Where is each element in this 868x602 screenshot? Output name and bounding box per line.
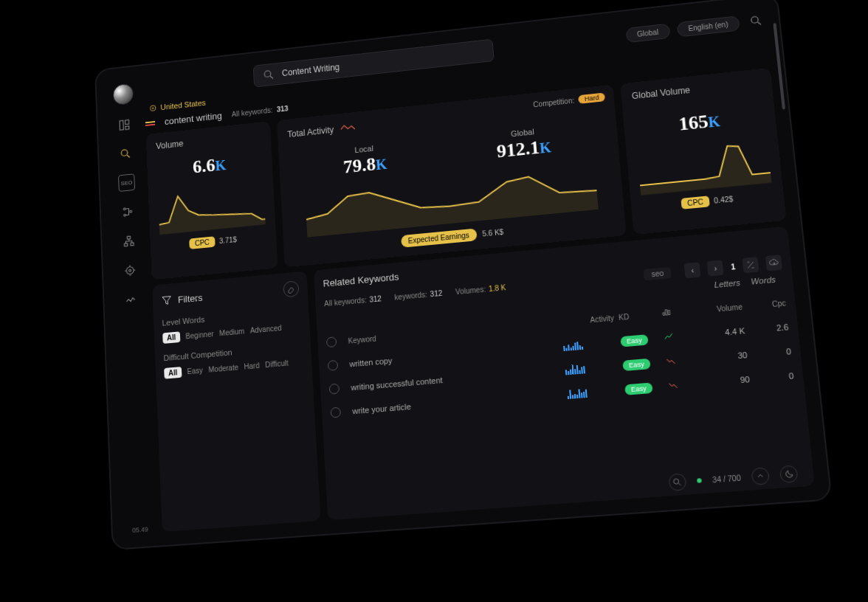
volume-unit: K xyxy=(215,157,227,173)
row-cpc: 0 xyxy=(751,347,791,359)
row-cpc: 0 xyxy=(754,371,794,384)
filters-title: Filters xyxy=(178,292,203,305)
topbar-search-icon[interactable] xyxy=(746,11,766,30)
col-kd: KD xyxy=(618,310,656,322)
svg-point-13 xyxy=(751,16,758,24)
rel-vol-label: Volumes: xyxy=(455,285,486,296)
svg-rect-7 xyxy=(127,236,130,239)
competition-badge: Hard xyxy=(579,92,606,103)
competition-label: Competition: xyxy=(533,96,575,108)
row-checkbox[interactable] xyxy=(328,360,339,371)
nav-search-icon[interactable] xyxy=(117,145,134,163)
nav-sitemap-icon[interactable] xyxy=(120,203,137,221)
theme-moon-icon[interactable] xyxy=(779,465,799,483)
select-all-checkbox[interactable] xyxy=(326,336,337,347)
kd-badge: Easy xyxy=(620,334,648,347)
nav-seo-icon[interactable]: SEO xyxy=(118,173,135,192)
all-kw-label: All keywords: xyxy=(232,106,273,118)
kd-badge: Easy xyxy=(622,359,650,371)
nav-target-icon[interactable] xyxy=(122,261,139,280)
col-cpc: Cpc xyxy=(747,299,787,311)
volume-cpc-value: 3.71$ xyxy=(219,235,237,245)
col-volume: Volume xyxy=(696,302,743,315)
filter-option[interactable]: Hard xyxy=(244,361,259,371)
svg-rect-2 xyxy=(125,126,129,130)
expected-label: Expected Earnings xyxy=(401,228,478,247)
col-trend-icon xyxy=(661,303,692,321)
footer-up-icon[interactable] xyxy=(751,467,770,485)
svg-point-12 xyxy=(264,71,271,77)
row-checkbox[interactable] xyxy=(329,384,340,395)
activity-sparkline xyxy=(567,384,621,399)
row-volume: 30 xyxy=(700,350,748,364)
rel-all-val: 312 xyxy=(369,294,382,303)
svg-rect-8 xyxy=(124,243,127,246)
svg-rect-1 xyxy=(125,120,129,125)
filter-option[interactable]: Easy xyxy=(187,367,203,376)
row-volume: 90 xyxy=(703,375,750,387)
global-volume-card: Global Volume 165K CPC 0.42$ xyxy=(620,68,786,235)
global-chart xyxy=(636,133,771,197)
region-pill[interactable]: Global xyxy=(625,23,670,43)
filter-option[interactable]: Medium xyxy=(219,328,245,338)
menu-bars-icon xyxy=(145,121,155,126)
global-vol-title: Global Volume xyxy=(631,77,761,101)
nav-dashboard-icon[interactable] xyxy=(116,116,133,134)
all-kw-value: 313 xyxy=(277,105,289,114)
local-unit: K xyxy=(375,156,387,173)
row-volume: 4.4 K xyxy=(698,326,745,339)
cloud-download-icon[interactable] xyxy=(765,255,782,271)
kd-badge: Easy xyxy=(624,382,653,395)
volume-chart xyxy=(158,176,266,236)
next-page-button[interactable]: › xyxy=(707,260,724,276)
global-cpc-badge: CPC xyxy=(681,196,710,210)
nav-analytics-icon[interactable] xyxy=(123,291,140,309)
expected-value: 5.6 K$ xyxy=(482,228,504,238)
filter-option[interactable]: All xyxy=(162,331,180,344)
nav-tree-icon[interactable] xyxy=(120,232,137,250)
location-icon xyxy=(148,103,157,112)
volume-card: Volume 6.6K CPC 3.71$ xyxy=(146,121,278,280)
global-vol-unit: K xyxy=(707,113,720,130)
volume-cpc-badge: CPC xyxy=(189,236,216,249)
col-activity: Activity xyxy=(561,314,614,326)
rel-all-label: All keywords: xyxy=(324,296,367,308)
svg-point-11 xyxy=(129,269,131,271)
global-vol-value: 165 xyxy=(678,111,709,134)
svg-rect-0 xyxy=(120,120,123,130)
svg-point-10 xyxy=(126,266,134,274)
tab-letters[interactable]: Letters xyxy=(714,278,740,289)
global-value: 912.1 xyxy=(496,136,540,162)
language-pill[interactable]: English (en) xyxy=(676,15,740,38)
expand-icon[interactable] xyxy=(742,257,759,273)
activity-card: Total Activity Competition: Hard Local 7… xyxy=(277,85,627,268)
rel-kw-label: keywords: xyxy=(394,290,427,301)
trend-icon xyxy=(663,328,695,345)
trend-icon xyxy=(665,351,698,369)
filter-option[interactable]: Advanced xyxy=(250,324,282,335)
svg-rect-9 xyxy=(131,243,134,246)
global-unit: K xyxy=(539,139,551,156)
seo-tag[interactable]: seo xyxy=(644,266,672,280)
row-checkbox[interactable] xyxy=(330,407,341,418)
volume-title: Volume xyxy=(156,131,261,151)
clear-filters-icon[interactable] xyxy=(283,280,299,297)
rel-vol-val: 1.8 K xyxy=(489,283,506,293)
svg-point-4 xyxy=(123,208,125,210)
svg-point-15 xyxy=(152,108,154,109)
global-cpc-value: 0.42$ xyxy=(714,195,734,204)
filter-option[interactable]: Difficult xyxy=(265,359,289,370)
footer-count: 34 / 700 xyxy=(712,474,741,484)
version-label: 05.49 xyxy=(132,525,148,534)
avatar[interactable] xyxy=(113,83,134,106)
tab-words[interactable]: Words xyxy=(751,275,776,286)
filter-option[interactable]: All xyxy=(164,367,182,379)
filter-option[interactable]: Beginner xyxy=(185,330,214,340)
svg-point-16 xyxy=(674,479,679,484)
footer-zoom-icon[interactable] xyxy=(668,473,686,491)
filter-option[interactable]: Moderate xyxy=(208,363,238,373)
prev-page-button[interactable]: ‹ xyxy=(684,262,701,278)
scrollbar[interactable] xyxy=(773,23,785,109)
activity-title: Total Activity xyxy=(287,125,334,139)
filters-panel: Filters Level Words AllBeginnerMediumAdv… xyxy=(152,271,320,532)
